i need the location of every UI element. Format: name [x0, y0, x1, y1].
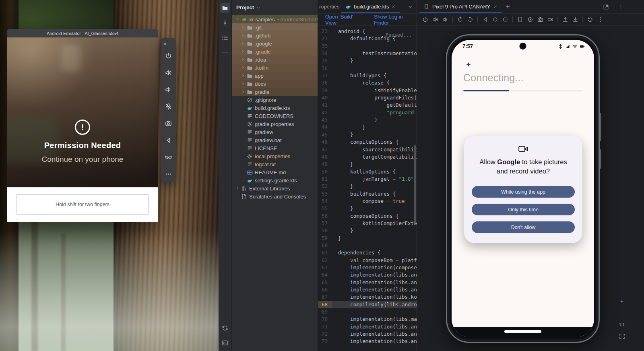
home-icon[interactable]: [491, 15, 500, 24]
editor-tab-build-gradle-kts[interactable]: build.gradle.kts: [341, 0, 400, 13]
dialog-button-don-t-allow[interactable]: Don't allow: [472, 221, 575, 233]
chevron-right-icon[interactable]: [240, 33, 246, 38]
tree-item-docs[interactable]: docs: [232, 80, 318, 88]
chevron-right-icon[interactable]: [240, 25, 246, 30]
overview-icon[interactable]: [501, 15, 510, 24]
tree-item-gradle-properties[interactable]: gradle.properties: [232, 120, 318, 128]
chevron-right-icon[interactable]: [235, 186, 240, 191]
back-icon[interactable]: [481, 15, 489, 24]
zoom-out-button[interactable]: −: [617, 308, 626, 317]
tree-item-gradlew[interactable]: gradlew: [232, 128, 318, 136]
volume-down-icon[interactable]: [441, 15, 450, 24]
power-icon[interactable]: [421, 15, 429, 24]
zoom-fit-button[interactable]: [617, 332, 626, 341]
tree-item-external-libraries[interactable]: External Libraries: [232, 184, 318, 192]
tree-item-label: .github: [255, 33, 270, 39]
new-device-tab-button[interactable]: [502, 0, 514, 13]
permission-overlay: ! Permission Needed Continue on your pho…: [7, 120, 158, 164]
close-button[interactable]: ×: [163, 41, 167, 46]
tree-item-idea[interactable]: .idea: [232, 56, 318, 64]
emulator-screen[interactable]: ! Permission Needed Continue on your pho…: [7, 37, 158, 187]
more-vertical-icon[interactable]: [616, 2, 625, 11]
emulator-titlebar[interactable]: Android Emulator - AI_Glasses:5554: [7, 29, 158, 37]
camera-icon[interactable]: [164, 119, 173, 128]
chevron-right-icon[interactable]: [240, 65, 246, 70]
structure-icon[interactable]: [220, 33, 230, 43]
volume-up-icon[interactable]: [431, 15, 440, 24]
phone-screen[interactable]: 7:57 Connecting...: [452, 40, 594, 337]
tree-item-gradle[interactable]: gradle: [232, 88, 318, 96]
code-line-67: 67 implementation(libs.kotl: [318, 293, 417, 301]
chevron-right-icon[interactable]: [240, 73, 246, 78]
chevron-right-icon[interactable]: [240, 41, 246, 46]
power-icon[interactable]: [164, 51, 173, 60]
android-studio-window: Project xr-samples~/AndroidStudioProj.gi…: [219, 0, 644, 351]
chevron-right-icon[interactable]: [240, 81, 246, 87]
more-horizontal-icon[interactable]: [164, 169, 173, 178]
chevron-right-icon[interactable]: [240, 49, 246, 54]
terminal-icon[interactable]: [220, 338, 230, 348]
tree-item-build-gradle-kts[interactable]: build.gradle.kts: [232, 104, 318, 112]
chevron-down-icon[interactable]: [256, 4, 261, 10]
tree-item-xr-samples[interactable]: xr-samples~/AndroidStudioProj: [232, 15, 318, 23]
tree-item-git[interactable]: .git: [232, 23, 318, 31]
back-icon[interactable]: [164, 136, 173, 145]
close-icon[interactable]: [391, 4, 396, 9]
editor-scrollbar[interactable]: [414, 145, 416, 224]
tree-item-readme-md[interactable]: README.md: [232, 168, 318, 176]
tree-item-app[interactable]: app: [232, 72, 318, 80]
chevron-right-icon[interactable]: [240, 57, 246, 62]
video-icon[interactable]: [546, 15, 555, 24]
folder-project-icon[interactable]: [220, 3, 230, 13]
tree-item-codeowners[interactable]: CODEOWNERS: [232, 112, 318, 120]
minimize-button[interactable]: –: [170, 41, 173, 46]
commit-icon[interactable]: [220, 18, 230, 28]
mic-off-icon[interactable]: [164, 102, 173, 111]
hidden-tabs-button[interactable]: [404, 0, 417, 13]
chevron-right-icon[interactable]: [240, 89, 246, 95]
zoom-actual-button[interactable]: 1:1: [617, 320, 626, 329]
glasses-icon[interactable]: [164, 153, 173, 161]
minus-icon[interactable]: [631, 2, 640, 11]
more-vertical-icon[interactable]: [596, 15, 605, 24]
rotate-right-icon[interactable]: [466, 15, 475, 24]
upload-icon[interactable]: [561, 15, 570, 24]
close-icon[interactable]: [493, 4, 497, 9]
restore-icon[interactable]: [586, 15, 594, 24]
tree-item-gradle[interactable]: .gradle: [232, 47, 318, 56]
device-tab-pixel-9-pro[interactable]: Pixel 9 Pro API CANARY: [419, 0, 502, 13]
tree-item-local-properties[interactable]: local.properties: [232, 152, 318, 160]
record-icon[interactable]: [526, 15, 535, 24]
tree-item-license[interactable]: LICENSE: [232, 144, 318, 152]
zoom-in-button[interactable]: +: [617, 297, 626, 306]
rotate-left-icon[interactable]: [456, 15, 464, 24]
sync-icon[interactable]: [220, 323, 230, 333]
screenshot-icon[interactable]: [516, 15, 524, 24]
tree-item-logcat-txt[interactable]: logcat.txt: [232, 160, 318, 168]
volume-down-icon[interactable]: [164, 85, 173, 94]
chevron-down-icon[interactable]: [235, 17, 240, 22]
tree-item-gitignore[interactable]: .gitignore: [232, 96, 318, 104]
code-line-49: 49 }: [318, 161, 417, 168]
show-log-in-finder-link[interactable]: Show Log in Finder: [374, 14, 417, 26]
open-new-icon[interactable]: [601, 2, 610, 11]
volume-up-icon[interactable]: [164, 68, 173, 77]
tree-item-github[interactable]: .github: [232, 31, 318, 39]
code-editor[interactable]: 23android {27 defaultConfig {3334 testIn…: [318, 26, 417, 351]
tree-item-kotlin[interactable]: .kotlin: [232, 64, 318, 72]
download-icon[interactable]: [571, 15, 580, 24]
more-horizontal-icon[interactable]: [220, 47, 230, 58]
code-line-61: 61dependencies {: [318, 249, 417, 256]
tree-item-settings-gradle-kts[interactable]: settings.gradle.kts: [232, 176, 318, 184]
tree-item-gradlew-bat[interactable]: gradlew.bat: [232, 136, 318, 144]
tree-item-scratches-and-consoles[interactable]: Scratches and Consoles: [232, 192, 318, 200]
camera-icon[interactable]: [536, 15, 545, 24]
dialog-button-while-using-the-app[interactable]: While using the app: [472, 186, 575, 198]
dialog-button-only-this-time[interactable]: Only this time: [472, 204, 575, 215]
open-build-view-link[interactable]: Open 'Build' View: [325, 14, 363, 26]
toolbar-separator: [477, 17, 478, 23]
gesture-handle[interactable]: [504, 330, 541, 333]
editor-tab-roperties[interactable]: roperties: [318, 0, 341, 13]
tree-item-google[interactable]: .google: [232, 39, 318, 47]
project-panel-header[interactable]: Project: [232, 0, 318, 14]
